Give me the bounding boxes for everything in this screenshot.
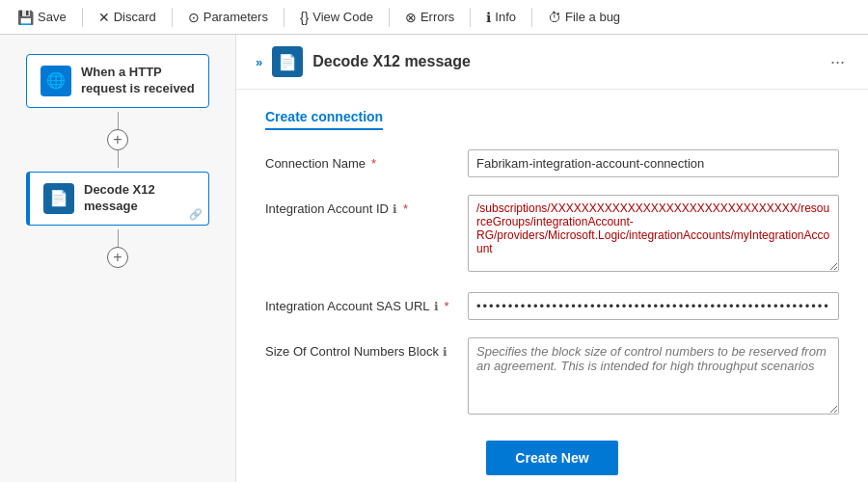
connector-line-2 xyxy=(118,150,119,168)
errors-icon: ⊗ xyxy=(405,10,417,25)
required-marker-2: * xyxy=(403,201,408,216)
http-trigger-icon: 🌐 xyxy=(41,66,71,96)
connection-name-label: Connection Name * xyxy=(265,149,468,171)
discard-button[interactable]: ✕ Discard xyxy=(91,6,164,29)
info-icon-1[interactable]: ℹ xyxy=(393,202,397,216)
integration-account-id-row: Integration Account ID ℹ * xyxy=(265,195,839,275)
create-connection-tab[interactable]: Create connection xyxy=(265,109,383,130)
separator xyxy=(284,8,285,27)
sas-url-row: Integration Account SAS URL ℹ * xyxy=(265,292,839,320)
http-trigger-label: When a HTTP request is received xyxy=(81,65,195,97)
file-bug-button[interactable]: ⏱ File a bug xyxy=(540,6,628,29)
connector-2: + xyxy=(107,229,128,268)
action-body: Create connection Connection Name * Inte… xyxy=(236,90,868,482)
decode-x12-icon: 📄 xyxy=(43,183,74,214)
button-row: Create New xyxy=(265,435,839,475)
view-code-button[interactable]: {} View Code xyxy=(292,6,381,29)
separator xyxy=(470,8,471,27)
action-title: Decode X12 message xyxy=(312,53,817,70)
info-icon: ℹ xyxy=(486,10,491,25)
parameters-icon: ⊙ xyxy=(188,10,200,25)
control-numbers-input[interactable] xyxy=(468,337,839,415)
integration-account-id-field xyxy=(468,195,839,275)
action-header: » 📄 Decode X12 message ··· xyxy=(236,35,868,90)
info-icon-3[interactable]: ℹ xyxy=(443,345,448,359)
separator xyxy=(82,8,83,27)
main-layout: 🌐 When a HTTP request is received + 📄 De… xyxy=(0,35,868,482)
connection-name-field xyxy=(468,149,839,177)
decode-x12-node[interactable]: 📄 Decode X12 message 🔗 xyxy=(26,172,209,226)
create-new-button[interactable]: Create New xyxy=(486,441,617,475)
connection-name-input[interactable] xyxy=(468,149,839,177)
expand-icon[interactable]: » xyxy=(256,55,262,69)
add-step-button-1[interactable]: + xyxy=(107,129,128,150)
decode-x12-label: Decode X12 message xyxy=(84,182,195,215)
right-panel: » 📄 Decode X12 message ··· Create connec… xyxy=(236,35,868,482)
connector-1: + xyxy=(107,112,128,168)
integration-account-id-input[interactable] xyxy=(468,195,839,272)
action-icon: 📄 xyxy=(272,46,303,77)
parameters-button[interactable]: ⊙ Parameters xyxy=(180,6,276,29)
http-trigger-node[interactable]: 🌐 When a HTTP request is received xyxy=(26,54,209,108)
bug-icon: ⏱ xyxy=(548,10,561,25)
info-icon-2[interactable]: ℹ xyxy=(434,300,439,313)
required-marker: * xyxy=(371,156,376,171)
save-button[interactable]: 💾 Save xyxy=(10,6,74,29)
separator xyxy=(531,8,532,27)
control-numbers-field xyxy=(468,337,839,417)
separator xyxy=(389,8,390,27)
more-options-button[interactable]: ··· xyxy=(827,48,849,76)
code-icon: {} xyxy=(300,10,309,25)
add-step-button-2[interactable]: + xyxy=(107,247,128,268)
link-icon: 🔗 xyxy=(189,208,203,221)
separator xyxy=(172,8,173,27)
info-button[interactable]: ℹ Info xyxy=(478,6,524,29)
connection-name-row: Connection Name * xyxy=(265,149,839,177)
sas-url-label: Integration Account SAS URL ℹ * xyxy=(265,292,468,313)
sas-url-field xyxy=(468,292,839,320)
integration-account-id-label: Integration Account ID ℹ * xyxy=(265,195,468,216)
sas-url-input[interactable] xyxy=(468,292,839,320)
errors-button[interactable]: ⊗ Errors xyxy=(397,6,462,29)
connector-line xyxy=(118,112,119,129)
toolbar: 💾 Save ✕ Discard ⊙ Parameters {} View Co… xyxy=(0,0,868,35)
control-numbers-row: Size Of Control Numbers Block ℹ xyxy=(265,337,839,417)
discard-icon: ✕ xyxy=(98,10,110,25)
control-numbers-label: Size Of Control Numbers Block ℹ xyxy=(265,337,468,359)
left-panel: 🌐 When a HTTP request is received + 📄 De… xyxy=(0,35,236,482)
save-icon: 💾 xyxy=(17,10,34,25)
required-marker-3: * xyxy=(445,299,449,313)
connector-line-3 xyxy=(118,229,119,247)
